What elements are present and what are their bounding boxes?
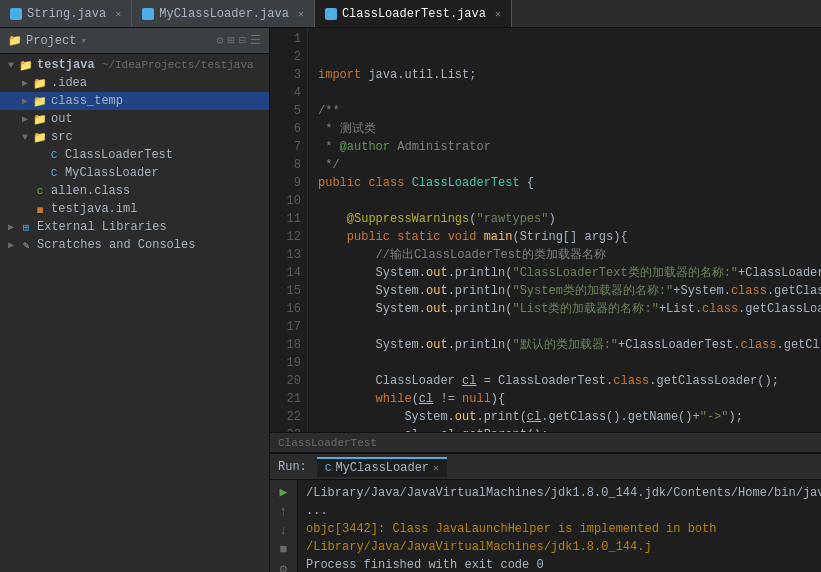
run-controls: ▶ ↑ ↓ ■ ⚙ bbox=[270, 480, 298, 572]
run-tab-label: MyClassLoader bbox=[335, 461, 429, 475]
line-numbers: 12345 678910 1112131415 1617181920 21222… bbox=[270, 28, 308, 432]
tree-label: src bbox=[51, 130, 73, 144]
tree-item-external-libraries[interactable]: ▶ ⊞ External Libraries bbox=[0, 218, 269, 236]
library-icon: ⊞ bbox=[18, 219, 34, 235]
tab-label: String.java bbox=[27, 7, 106, 21]
run-content: ▶ ↑ ↓ ■ ⚙ /Library/Java/JavaVirtualMachi… bbox=[270, 480, 821, 572]
tree-label: .idea bbox=[51, 76, 87, 90]
sidebar-header: 📁 Project ▾ ⚙ ⊞ ⊟ ☰ bbox=[0, 28, 269, 54]
tree-item-myclassloader[interactable]: C MyClassLoader bbox=[0, 164, 269, 182]
tree-item-src[interactable]: ▼ 📁 src bbox=[0, 128, 269, 146]
tree-item-scratches-consoles[interactable]: ▶ ✎ Scratches and Consoles bbox=[0, 236, 269, 254]
java-file-icon bbox=[10, 8, 22, 20]
java-file-icon bbox=[142, 8, 154, 20]
project-tree: ▼ 📁 testjava ~/IdeaProjects/testjava ▶ 📁… bbox=[0, 54, 269, 572]
expand-arrow: ▶ bbox=[4, 221, 18, 233]
java-class-icon: C bbox=[46, 165, 62, 181]
run-output-line: Process finished with exit code 0 bbox=[306, 556, 813, 572]
collapse-icon[interactable]: ⊟ bbox=[239, 33, 246, 48]
folder-icon: 📁 bbox=[32, 75, 48, 91]
run-output-line: /Library/Java/JavaVirtualMachines/jdk1.8… bbox=[306, 484, 813, 520]
run-up-button[interactable]: ↑ bbox=[274, 504, 294, 519]
run-play-button[interactable]: ▶ bbox=[274, 484, 294, 500]
run-output: /Library/Java/JavaVirtualMachines/jdk1.8… bbox=[298, 480, 821, 572]
class-indicator-bar: ClassLoaderTest bbox=[270, 432, 821, 452]
expand-arrow: ▶ bbox=[18, 113, 32, 125]
settings-icon[interactable]: ☰ bbox=[250, 33, 261, 48]
iml-file-icon: ◼ bbox=[32, 201, 48, 217]
tab-close-icon[interactable]: ✕ bbox=[298, 8, 304, 20]
run-panel: Run: C MyClassLoader ✕ ▶ ↑ ↓ ■ ⚙ /Librar… bbox=[270, 452, 821, 572]
expand-icon[interactable]: ⊞ bbox=[228, 33, 235, 48]
code-editor[interactable]: import java.util.List; /** * 测试类 * @auth… bbox=[308, 28, 821, 432]
tab-label: MyClassLoader.java bbox=[159, 7, 289, 21]
class-file-icon: c bbox=[32, 183, 48, 199]
expand-arrow: ▶ bbox=[4, 239, 18, 251]
run-stop-button[interactable]: ■ bbox=[274, 542, 294, 557]
tree-label: ClassLoaderTest bbox=[65, 148, 173, 162]
tree-item-class-temp[interactable]: ▶ 📁 class_temp bbox=[0, 92, 269, 110]
run-tab-bar: Run: C MyClassLoader ✕ bbox=[270, 454, 821, 480]
sidebar: 📁 Project ▾ ⚙ ⊞ ⊟ ☰ ▼ 📁 testjava ~/IdeaP… bbox=[0, 28, 270, 572]
expand-arrow: ▼ bbox=[18, 132, 32, 143]
java-class-icon: C bbox=[46, 147, 62, 163]
tree-label: testjava.iml bbox=[51, 202, 137, 216]
tree-item-classloadertest[interactable]: C ClassLoaderTest bbox=[0, 146, 269, 164]
sidebar-toolbar: ⚙ ⊞ ⊟ ☰ bbox=[216, 33, 261, 48]
editor-content: 12345 678910 1112131415 1617181920 21222… bbox=[270, 28, 821, 432]
run-tab-close-icon[interactable]: ✕ bbox=[433, 462, 439, 474]
folder-icon: 📁 bbox=[32, 93, 48, 109]
tab-myclassloader-java[interactable]: MyClassLoader.java ✕ bbox=[132, 0, 315, 27]
run-settings-button[interactable]: ⚙ bbox=[274, 561, 294, 572]
tab-classloadertest-java[interactable]: ClassLoaderTest.java ✕ bbox=[315, 0, 512, 27]
java-file-icon bbox=[325, 8, 337, 20]
main-area: 📁 Project ▾ ⚙ ⊞ ⊟ ☰ ▼ 📁 testjava ~/IdeaP… bbox=[0, 28, 821, 572]
tree-label: out bbox=[51, 112, 73, 126]
expand-arrow: ▼ bbox=[4, 60, 18, 71]
expand-arrow: ▶ bbox=[18, 77, 32, 89]
run-output-line: objc[3442]: Class JavaLaunchHelper is im… bbox=[306, 520, 813, 556]
tree-label: testjava ~/IdeaProjects/testjava bbox=[37, 58, 254, 72]
scratch-icon: ✎ bbox=[18, 237, 34, 253]
tab-close-icon[interactable]: ✕ bbox=[495, 8, 501, 20]
class-name-label: ClassLoaderTest bbox=[278, 437, 377, 449]
editor-area: 12345 678910 1112131415 1617181920 21222… bbox=[270, 28, 821, 572]
tree-item-testjava-iml[interactable]: ◼ testjava.iml bbox=[0, 200, 269, 218]
run-label: Run: bbox=[278, 460, 307, 474]
tab-string-java[interactable]: String.java ✕ bbox=[0, 0, 132, 27]
folder-icon: 📁 bbox=[32, 129, 48, 145]
sidebar-title-label: Project bbox=[26, 34, 76, 48]
expand-arrow: ▶ bbox=[18, 95, 32, 107]
run-down-button[interactable]: ↓ bbox=[274, 523, 294, 538]
gear-icon[interactable]: ⚙ bbox=[216, 33, 223, 48]
sidebar-title: 📁 Project ▾ bbox=[8, 34, 87, 48]
tree-label: allen.class bbox=[51, 184, 130, 198]
tab-close-icon[interactable]: ✕ bbox=[115, 8, 121, 20]
run-tab-myclassloader[interactable]: C MyClassLoader ✕ bbox=[317, 457, 447, 477]
tree-label: MyClassLoader bbox=[65, 166, 159, 180]
tab-label: ClassLoaderTest.java bbox=[342, 7, 486, 21]
tree-item-allen-class[interactable]: c allen.class bbox=[0, 182, 269, 200]
folder-icon: 📁 bbox=[32, 111, 48, 127]
tree-label: External Libraries bbox=[37, 220, 167, 234]
tree-item-idea[interactable]: ▶ 📁 .idea bbox=[0, 74, 269, 92]
tree-label: class_temp bbox=[51, 94, 123, 108]
tree-label: Scratches and Consoles bbox=[37, 238, 195, 252]
tree-item-testjava[interactable]: ▼ 📁 testjava ~/IdeaProjects/testjava bbox=[0, 56, 269, 74]
folder-icon: 📁 bbox=[18, 57, 34, 73]
tab-bar: String.java ✕ MyClassLoader.java ✕ Class… bbox=[0, 0, 821, 28]
tree-item-out[interactable]: ▶ 📁 out bbox=[0, 110, 269, 128]
